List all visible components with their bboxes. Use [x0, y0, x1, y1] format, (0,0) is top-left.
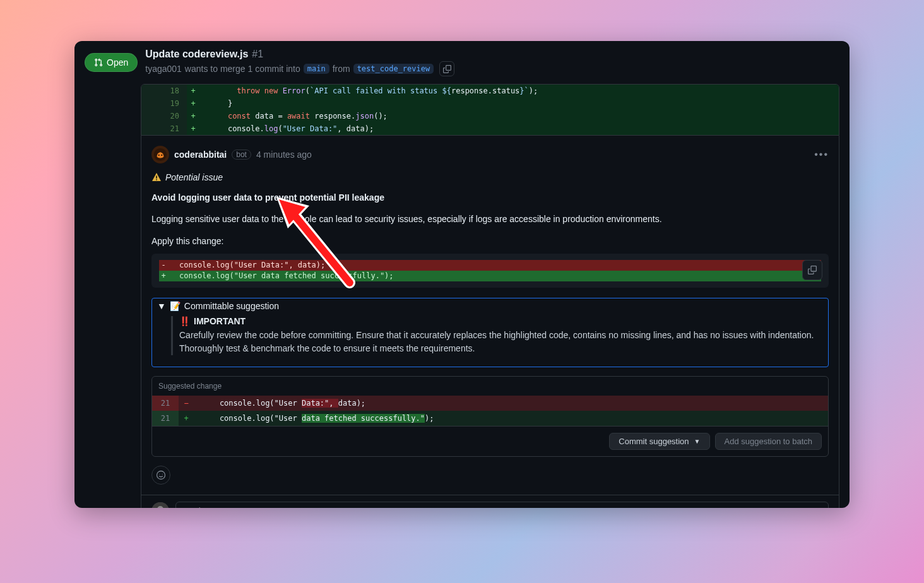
disclosure-triangle-icon: ▼: [157, 301, 166, 311]
user-avatar[interactable]: [151, 502, 169, 508]
compare-branch[interactable]: test_code_review: [353, 64, 434, 74]
status-badge-open: Open: [85, 53, 138, 72]
memo-icon: 📝: [170, 301, 181, 311]
pr-title: Update codereview.js: [145, 49, 248, 60]
commenter-name[interactable]: coderabbitai: [174, 150, 227, 160]
svg-point-6: [159, 474, 160, 474]
important-label: IMPORTANT: [194, 316, 246, 326]
bot-tag: bot: [232, 150, 251, 160]
suggested-change-box: Suggested change 21 − console.log("User …: [151, 376, 829, 457]
pr-author[interactable]: tyaga001: [145, 64, 182, 74]
svg-rect-4: [156, 179, 157, 180]
diff-panel: 18+ throw new Error(`API call failed wit…: [141, 84, 839, 136]
svg-point-7: [162, 474, 163, 474]
commit-suggestion-button[interactable]: Commit suggestion ▼: [609, 433, 709, 450]
diff-suggestion-block: -console.log("User Data:", data); +conso…: [151, 254, 829, 288]
chevron-down-icon: ▼: [694, 438, 701, 445]
comment-title: Avoid logging user data to prevent poten…: [151, 192, 829, 203]
base-branch[interactable]: main: [304, 64, 329, 74]
pr-header: Open Update codereview.js #1 tyaga001 wa…: [74, 41, 850, 84]
apply-change-label: Apply this change:: [151, 236, 829, 246]
status-badge-label: Open: [107, 57, 128, 68]
suggested-add-line: 21 + console.log("User data fetched succ…: [152, 411, 828, 426]
copy-branch-icon[interactable]: [439, 61, 454, 76]
committable-toggle[interactable]: ▼ 📝 Committable suggestion: [152, 298, 828, 314]
issue-type-label: Potential issue: [165, 172, 223, 182]
double-exclaim-icon: ‼️: [179, 316, 190, 326]
diff-line: 18+ throw new Error(`API call failed wit…: [141, 85, 839, 97]
svg-point-2: [161, 155, 162, 156]
svg-point-5: [157, 471, 165, 480]
suggested-change-header: Suggested change: [152, 377, 828, 396]
git-pull-request-icon: [94, 58, 103, 67]
bot-avatar[interactable]: [151, 146, 169, 163]
comment-body: Logging sensitive user data to the conso…: [151, 213, 829, 226]
diff-line: 19+ }: [141, 97, 839, 110]
svg-point-1: [158, 155, 160, 156]
review-comment-panel: coderabbitai bot 4 minutes ago ••• Poten…: [141, 136, 839, 508]
diff-line: 21+ console.log("User Data:", data);: [141, 122, 839, 135]
comment-timestamp: 4 minutes ago: [256, 150, 312, 160]
add-to-batch-button[interactable]: Add suggestion to batch: [715, 433, 822, 450]
comment-menu-icon[interactable]: •••: [814, 149, 829, 160]
reply-row: [141, 495, 839, 508]
pr-meta: tyaga001 wants to merge 1 commit into ma…: [145, 61, 454, 76]
committable-suggestion-box: ▼ 📝 Committable suggestion ‼️ IMPORTANT …: [151, 298, 829, 367]
copy-suggestion-icon[interactable]: [802, 260, 822, 280]
reply-input[interactable]: [175, 502, 829, 508]
suggest-add-line: console.log("User data fetched successfu…: [168, 271, 821, 281]
suggest-del-line: console.log("User Data:", data);: [168, 260, 821, 271]
important-text: Carefully review the code before committ…: [179, 329, 820, 355]
emoji-reaction-button[interactable]: [151, 466, 170, 485]
svg-rect-3: [156, 176, 157, 179]
github-pr-window: Open Update codereview.js #1 tyaga001 wa…: [74, 41, 850, 508]
pr-number: #1: [252, 49, 263, 60]
warning-icon: [151, 172, 162, 182]
suggested-del-line: 21 − console.log("User Data:", data);: [152, 396, 828, 411]
diff-line: 20+ const data = await response.json();: [141, 110, 839, 122]
